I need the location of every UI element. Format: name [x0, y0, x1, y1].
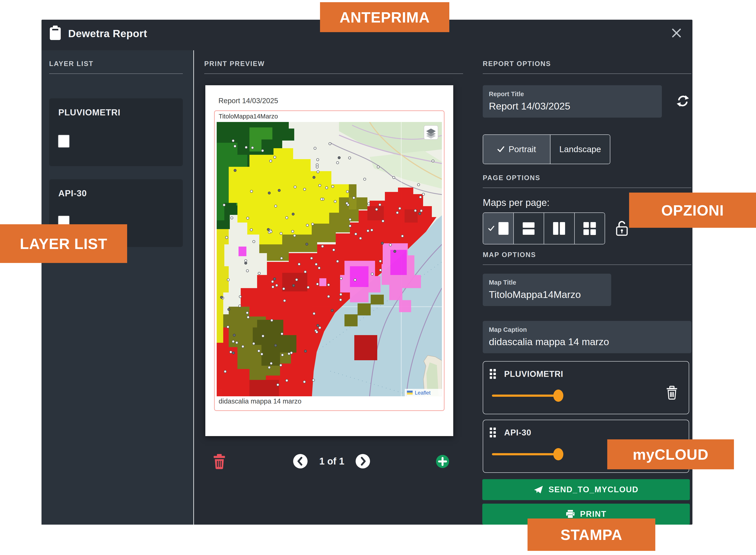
map-title-text: TitoloMappa14Marzo: [219, 113, 278, 120]
send-to-mycloud-button[interactable]: SEND_TO_MYCLOUD: [482, 479, 690, 500]
portrait-label: Portrait: [509, 144, 536, 154]
map-caption-value: didascalia mappa 14 marzo: [489, 336, 609, 348]
delete-page-icon[interactable]: [213, 454, 226, 468]
print-button-label: PRINT: [580, 510, 607, 519]
maps-per-page-2v-button[interactable]: [544, 213, 575, 244]
report-options-title: REPORT OPTIONS: [483, 60, 551, 68]
add-page-icon[interactable]: [436, 455, 449, 468]
orientation-portrait-button[interactable]: Portrait: [483, 135, 551, 164]
map-frame[interactable]: TitoloMappa14Marzo: [214, 111, 444, 411]
clipboard-icon: [49, 25, 61, 41]
layer-list-panel: LAYER LIST PLUVIOMETRI API-30: [42, 50, 193, 525]
two-maps-vertical-icon: [553, 222, 565, 235]
slider-thumb[interactable]: [553, 389, 563, 402]
lock-icon[interactable]: [615, 219, 629, 237]
map-caption-text: didascalia mappa 14 marzo: [219, 397, 301, 405]
four-maps-icon: [583, 222, 596, 235]
annotation-stampa: STAMPA: [527, 518, 655, 551]
opacity-slider[interactable]: [492, 394, 636, 397]
page-pagination: 1 of 1: [194, 454, 482, 469]
print-preview-section-title: PRINT PREVIEW: [204, 60, 265, 68]
layer-name: PLUVIOMETRI: [58, 108, 121, 117]
close-icon[interactable]: [669, 25, 684, 41]
layer-checkbox[interactable]: [58, 135, 69, 147]
weather-map: Leaflet: [217, 122, 442, 396]
landscape-label: Landscape: [559, 144, 601, 154]
orientation-toggle: Portrait Landscape: [483, 134, 610, 164]
map-title-value: TitoloMappa14Marzo: [489, 289, 581, 300]
svg-text:Leaflet: Leaflet: [415, 390, 430, 396]
maps-per-page-4-button[interactable]: [575, 213, 605, 244]
report-options-divider: [483, 74, 691, 74]
annotation-opzioni: OPZIONI: [629, 193, 756, 228]
remove-layer-icon[interactable]: [666, 386, 677, 399]
map-options-divider: [483, 264, 691, 265]
map-options-title: MAP OPTIONS: [483, 251, 536, 259]
annotation-mycloud: myCLOUD: [607, 439, 734, 469]
print-preview-divider: [204, 74, 463, 74]
maps-per-page-1-button[interactable]: [483, 213, 514, 244]
next-page-icon[interactable]: [356, 454, 370, 468]
map-title-label: Map Title: [489, 279, 516, 286]
drag-handle-icon[interactable]: [490, 428, 496, 437]
layer-card-name: PLUVIOMETRI: [504, 370, 563, 379]
page-options-title: PAGE OPTIONS: [483, 174, 540, 182]
annotation-anteprima: ANTEPRIMA: [320, 2, 449, 32]
sidebar-layer-pluviometri[interactable]: PLUVIOMETRI: [49, 98, 183, 166]
page-count-label: 1 of 1: [311, 456, 352, 467]
print-preview-panel: PRINT PREVIEW Report 14/03/2025 TitoloMa…: [194, 50, 482, 525]
annotation-layer-list: LAYER LIST: [0, 224, 127, 263]
orientation-landscape-button[interactable]: Landscape: [551, 135, 610, 164]
map-title-input[interactable]: Map Title TitoloMappa14Marzo: [483, 274, 611, 306]
layer-card-pluviometri: PLUVIOMETRI: [483, 361, 689, 414]
slider-thumb[interactable]: [553, 448, 563, 460]
map-caption-label: Map Caption: [489, 326, 527, 333]
report-title-value: Report 14/03/2025: [489, 100, 570, 112]
dialog-title: Dewetra Report: [68, 28, 147, 40]
map-layers-control-icon: [424, 125, 438, 139]
report-page-preview[interactable]: Report 14/03/2025 TitoloMappa14Marzo: [205, 85, 453, 436]
layer-list-divider: [49, 74, 183, 74]
previous-page-icon[interactable]: [293, 454, 308, 468]
refresh-title-icon[interactable]: [676, 94, 690, 108]
two-maps-horizontal-icon: [523, 222, 534, 235]
report-title-input[interactable]: Report Title Report 14/03/2025: [483, 85, 662, 118]
drag-handle-icon[interactable]: [490, 369, 496, 379]
page-options-divider: [483, 187, 691, 188]
map-attribution: Leaflet: [405, 389, 442, 396]
maps-per-page-label: Maps per page:: [483, 197, 550, 208]
report-title-label: Report Title: [489, 90, 524, 98]
dewetra-report-dialog: Dewetra Report LAYER LIST PLUVIOMETRI AP…: [42, 20, 693, 525]
maps-per-page-toggle: [483, 212, 605, 244]
screenshot-root: Dewetra Report LAYER LIST PLUVIOMETRI AP…: [0, 0, 756, 555]
one-map-icon: [499, 222, 509, 235]
map-image: Leaflet: [217, 122, 442, 396]
layer-card-name: API-30: [504, 428, 531, 437]
layer-name: API-30: [58, 188, 87, 198]
page-report-title: Report 14/03/2025: [219, 97, 278, 105]
maps-per-page-2h-button[interactable]: [514, 213, 544, 244]
map-caption-input[interactable]: Map Caption didascalia mappa 14 marzo: [483, 321, 691, 353]
send-button-label: SEND_TO_MYCLOUD: [549, 485, 639, 494]
layer-list-section-title: LAYER LIST: [49, 60, 93, 68]
